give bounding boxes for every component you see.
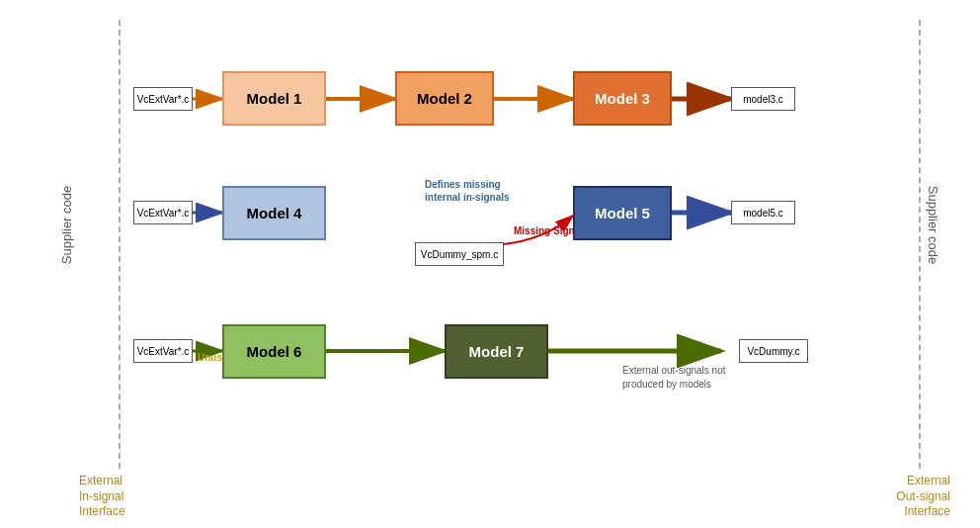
file-model3c: model3.c [731, 87, 795, 111]
external-out-signal-interface: External Out-signal Interface [896, 474, 950, 520]
model4-box: Model 4 [222, 186, 326, 240]
supplier-code-left: Supplier code [59, 186, 74, 265]
external-out-not-produced-label: External out-signals notproduced by mode… [622, 364, 726, 392]
model7-box: Model 7 [445, 324, 548, 379]
file-dummy-c: VcDummy.c [739, 339, 808, 363]
file-vcextvar-row2: VcExtVar*.c [133, 201, 193, 224]
supplier-code-right: Supplier code [926, 186, 940, 265]
model5-box: Model 5 [573, 186, 672, 240]
model6-box: Model 6 [222, 324, 326, 379]
dashed-line-right [919, 20, 921, 469]
dashed-line-left [119, 20, 121, 469]
defines-missing-label: Defines missing internal in-signals [425, 178, 553, 204]
model2-box: Model 2 [395, 71, 494, 126]
file-vcextvar-row1: VcExtVar*.c [133, 87, 193, 111]
file-dummy-spm: VcDummy_spm.c [415, 242, 504, 266]
file-vcextvar-row3: VcExtVar*.c [133, 339, 193, 363]
model3-box: Model 3 [573, 71, 672, 126]
model1-box: Model 1 [222, 71, 326, 126]
external-in-signal-interface: External In-signal Interface [79, 474, 125, 520]
file-model5c: model5.c [731, 201, 795, 224]
